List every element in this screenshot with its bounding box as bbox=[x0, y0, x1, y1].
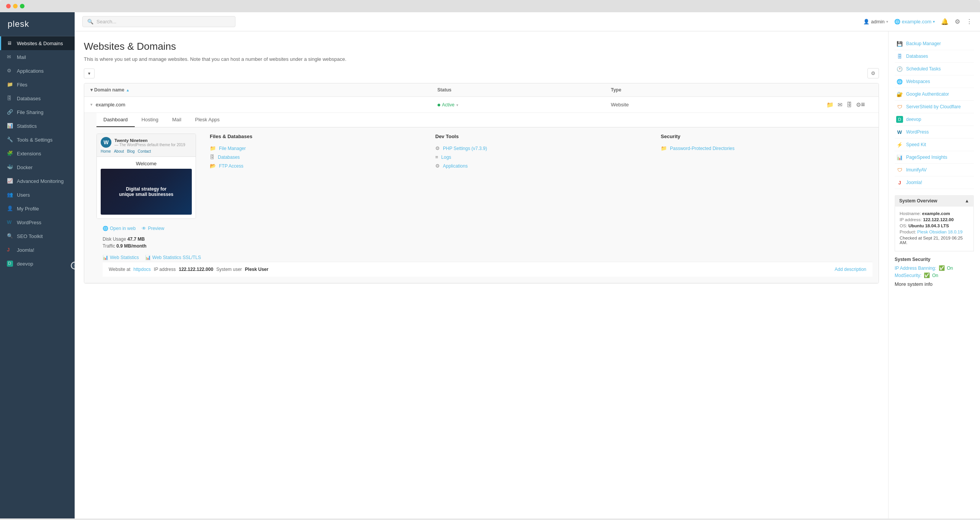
tab-mail[interactable]: Mail bbox=[165, 113, 188, 127]
page-description: This is where you set up and manage webs… bbox=[84, 56, 879, 62]
sidebar-item-docker[interactable]: 🐳 Docker bbox=[0, 160, 75, 174]
applications-link[interactable]: ⚙ Applications bbox=[435, 163, 641, 169]
dashboard-content: W Twenty Nineteen — The WordPress defaul… bbox=[96, 134, 879, 222]
httpdocs-link[interactable]: httpdocs bbox=[133, 267, 150, 272]
file-manager-action-icon[interactable]: 📁 bbox=[826, 101, 834, 108]
sidebar-item-label: WordPress bbox=[17, 220, 41, 225]
sidebar-item-advanced-monitoring[interactable]: 📈 Advanced Monitoring bbox=[0, 174, 75, 188]
row-expand-icon[interactable]: ▾ bbox=[90, 102, 93, 107]
right-sidebar-item-webspaces[interactable]: 🌐 Webspaces bbox=[895, 75, 974, 88]
right-sidebar-item-scheduled-tasks[interactable]: 🕐 Scheduled Tasks bbox=[895, 63, 974, 75]
sidebar-item-extensions[interactable]: 🧩 Extensions bbox=[0, 147, 75, 160]
right-sidebar-item-servershield[interactable]: 🛡 ServerShield by Cloudflare bbox=[895, 101, 974, 113]
more-system-info-link[interactable]: More system info bbox=[895, 281, 933, 287]
ip-banning-link[interactable]: IP Address Banning: bbox=[895, 266, 936, 271]
column-domain-name[interactable]: ▾ Domain name ▲ bbox=[90, 87, 438, 93]
nav-about[interactable]: About bbox=[114, 149, 124, 153]
security-section: Security 📁 Password-Protected Directorie… bbox=[655, 134, 872, 219]
right-sidebar-item-wordpress[interactable]: W WordPress bbox=[895, 126, 974, 139]
database-action-icon[interactable]: 🗄 bbox=[846, 101, 852, 108]
speed-icon: ⚡ bbox=[896, 141, 903, 148]
table-settings-button[interactable]: ⚙ bbox=[867, 68, 879, 78]
deevop-sidebar-icon: D bbox=[896, 116, 903, 123]
filter-button[interactable]: ▾ bbox=[84, 68, 95, 78]
status-chevron-icon[interactable]: ▾ bbox=[456, 103, 458, 107]
right-sidebar-item-deevop[interactable]: D deevop bbox=[895, 113, 974, 126]
web-statistics-ssl-link[interactable]: 📊 Web Statistics SSL/TLS bbox=[145, 255, 201, 260]
tab-hosting[interactable]: Hosting bbox=[135, 113, 165, 127]
preview-link[interactable]: 👁 Preview bbox=[142, 226, 164, 231]
php-settings-link[interactable]: ⚙ PHP Settings (v7.3.9) bbox=[435, 145, 641, 151]
search-bar[interactable]: 🔍 Search... bbox=[82, 16, 235, 27]
file-manager-link[interactable]: 📁 File Manager bbox=[210, 145, 415, 151]
minimize-dot[interactable] bbox=[13, 4, 18, 8]
sidebar-item-file-sharing[interactable]: 🔗 File Sharing bbox=[0, 105, 75, 119]
product-link[interactable]: Plesk Obsidian 18.0.19 bbox=[917, 230, 962, 234]
sidebar-item-mail[interactable]: ✉ Mail bbox=[0, 50, 75, 64]
domain-menu-icon[interactable]: ≡ bbox=[861, 101, 865, 108]
imunify-icon: 🛡 bbox=[896, 166, 903, 173]
sidebar-item-files[interactable]: 📁 Files bbox=[0, 78, 75, 91]
header-user[interactable]: 👤 admin ▾ bbox=[863, 19, 888, 24]
tab-dashboard[interactable]: Dashboard bbox=[96, 113, 135, 127]
sidebar-item-databases[interactable]: 🗄 Databases bbox=[0, 91, 75, 105]
nav-home[interactable]: Home bbox=[101, 149, 111, 153]
sidebar-item-seo-toolkit[interactable]: 🔍 SEO Toolkit bbox=[0, 229, 75, 243]
more-options-icon[interactable]: ⋮ bbox=[966, 18, 972, 25]
hostname-label: Hostname: bbox=[900, 211, 921, 216]
file-manager-icon: 📁 bbox=[210, 145, 216, 151]
sidebar-item-users[interactable]: 👥 Users bbox=[0, 188, 75, 202]
close-dot[interactable] bbox=[6, 4, 11, 8]
logs-link[interactable]: ≡ Logs bbox=[435, 154, 641, 160]
right-sidebar-item-speed-kit[interactable]: ⚡ Speed Kit bbox=[895, 139, 974, 151]
right-sidebar-item-pagespeed[interactable]: 📊 PageSpeed Insights bbox=[895, 151, 974, 164]
system-overview-header[interactable]: System Overview ▲ bbox=[895, 195, 974, 207]
open-in-web-link[interactable]: 🌐 Open in web bbox=[103, 226, 136, 231]
sidebar-item-websites-domains[interactable]: 🖥 Websites & Domains bbox=[0, 36, 75, 50]
files-databases-links: 📁 File Manager 🗄 Databases bbox=[210, 145, 415, 169]
sidebar-nav: 🖥 Websites & Domains ✉ Mail ⚙ Applicatio… bbox=[0, 36, 75, 518]
webtools-action-icon[interactable]: ⚙ bbox=[856, 101, 861, 108]
sidebar-item-applications[interactable]: ⚙ Applications bbox=[0, 64, 75, 78]
file-sharing-icon: 🔗 bbox=[7, 109, 13, 115]
settings-icon[interactable]: ⚙ bbox=[955, 18, 960, 25]
sidebar-item-wordpress[interactable]: W WordPress bbox=[0, 215, 75, 229]
nav-blog[interactable]: Blog bbox=[127, 149, 135, 153]
sidebar-item-statistics[interactable]: 📊 Statistics bbox=[0, 119, 75, 133]
domain-status-cell: Active ▾ bbox=[438, 102, 611, 108]
sort-asc-icon: ▲ bbox=[126, 88, 130, 92]
mail-action-icon[interactable]: ✉ bbox=[838, 101, 843, 108]
security-links: 📁 Password-Protected Directories bbox=[661, 145, 866, 151]
right-sidebar-item-backup[interactable]: 💾 Backup Manager bbox=[895, 37, 974, 50]
wp-logo-area: W Twenty Nineteen — The WordPress defaul… bbox=[101, 137, 192, 148]
nav-contact[interactable]: Contact bbox=[138, 149, 151, 153]
tab-plesk-apps[interactable]: Plesk Apps bbox=[188, 113, 227, 127]
maximize-dot[interactable] bbox=[20, 4, 24, 8]
databases-link[interactable]: 🗄 Databases bbox=[210, 154, 415, 160]
column-type: Type bbox=[611, 87, 784, 93]
right-sidebar-item-databases[interactable]: 🗄 Databases bbox=[895, 50, 974, 63]
ip-banning-check-icon: ✅ bbox=[939, 265, 945, 271]
sidebar-item-deevop[interactable]: D deevop bbox=[0, 257, 75, 271]
sidebar-item-tools-settings[interactable]: 🔧 Tools & Settings bbox=[0, 133, 75, 147]
header-domain[interactable]: 🌐 example.com ▾ bbox=[894, 19, 935, 24]
ftp-access-link[interactable]: 📂 FTP Access bbox=[210, 163, 415, 169]
column-header-domain: Domain name bbox=[94, 87, 124, 93]
right-sidebar-item-joomla[interactable]: J Joomla! bbox=[895, 176, 974, 189]
files-databases-title: Files & Databases bbox=[210, 134, 415, 141]
right-sidebar-item-imunifyav[interactable]: 🛡 ImunifyAV bbox=[895, 164, 974, 176]
ftp-label: FTP Access bbox=[219, 163, 243, 169]
sidebar-item-my-profile[interactable]: 👤 My Profile bbox=[0, 202, 75, 215]
modsecurity-item: ModSecurity: ✅ On bbox=[895, 272, 974, 278]
right-sidebar-item-google-auth[interactable]: 🔐 Google Authenticator bbox=[895, 88, 974, 101]
sidebar-item-joomla[interactable]: J Joomla! bbox=[0, 243, 75, 257]
modsecurity-link[interactable]: ModSecurity: bbox=[895, 273, 921, 278]
search-placeholder: Search... bbox=[96, 19, 116, 24]
chevron-down-icon: ▾ bbox=[88, 71, 90, 76]
site-image-text: Digital strategy for unique small busine… bbox=[119, 186, 173, 197]
window-chrome bbox=[0, 0, 980, 12]
web-statistics-link[interactable]: 📊 Web Statistics bbox=[103, 255, 139, 260]
add-description-link[interactable]: Add description bbox=[835, 267, 866, 272]
password-protected-link[interactable]: 📁 Password-Protected Directories bbox=[661, 145, 866, 151]
notifications-icon[interactable]: 🔔 bbox=[941, 18, 949, 25]
